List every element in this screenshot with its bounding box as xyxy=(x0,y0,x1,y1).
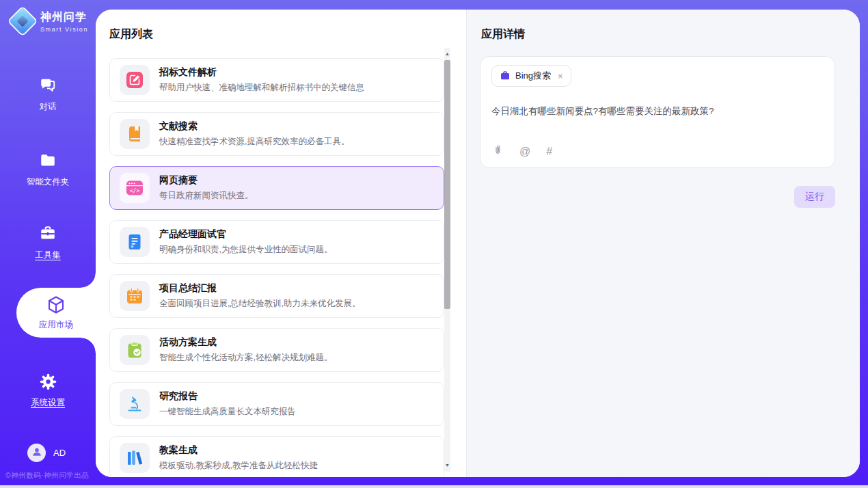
scrollbar-up-icon[interactable]: ▲ xyxy=(444,51,450,57)
scrollbar-thumb[interactable] xyxy=(444,60,450,309)
app-card-iconbox xyxy=(120,65,150,95)
app-card[interactable]: 活动方案生成 智能生成个性化活动方案,轻松解决规划难题。 xyxy=(109,328,444,372)
app-card-iconbox xyxy=(120,281,150,311)
app-card-desc: 智能生成个性化活动方案,轻松解决规划难题。 xyxy=(159,352,332,364)
app-card-desc: 一键智能生成高质量长文本研究报告 xyxy=(159,406,296,418)
app-card-name: 网页摘要 xyxy=(159,174,254,187)
sidebar-item-toolset[interactable]: 工具集 xyxy=(0,223,96,261)
app-card-desc: 帮助用户快速、准确地理解和解析招标书中的关键信息 xyxy=(159,82,364,94)
edit-icon xyxy=(126,71,144,89)
tool-tag[interactable]: Bing搜索 × xyxy=(491,65,571,87)
run-button[interactable]: 运行 xyxy=(794,186,835,208)
tool-tag-label: Bing搜索 xyxy=(515,70,551,82)
app-card[interactable]: 文献搜索 快速精准查找学术资源,提高研究效率的必备工具。 xyxy=(109,112,444,156)
chat-icon xyxy=(38,75,58,96)
sidebar-item-smart-folders[interactable]: 智能文件夹 xyxy=(0,150,96,188)
brand-logo: 神州问学 Smart Vision xyxy=(11,10,88,33)
user-name: AD xyxy=(53,448,66,458)
main-container: 应用列表 招标文件解析 帮助用户快速、准确地理解和解析招标书中的关键信息 文献搜… xyxy=(96,10,860,477)
book-icon xyxy=(126,125,144,143)
app-detail-title: 应用详情 xyxy=(481,27,525,42)
app-card-name: 活动方案生成 xyxy=(159,336,332,349)
prompt-input[interactable]: 今日湖北有哪些新闻要点?有哪些需要关注的最新政策? xyxy=(491,105,824,118)
app-card-iconbox xyxy=(120,119,150,149)
interview-icon xyxy=(126,233,144,251)
prompt-card[interactable]: Bing搜索 × 今日湖北有哪些新闻要点?有哪些需要关注的最新政策? @ # xyxy=(480,56,835,168)
app-card-name: 教案生成 xyxy=(159,444,318,457)
tag-close-icon[interactable]: × xyxy=(558,71,563,81)
app-card-name: 产品经理面试官 xyxy=(159,228,332,241)
sidebar-item-chat[interactable]: 对话 xyxy=(0,75,96,113)
app-card[interactable]: 招标文件解析 帮助用户快速、准确地理解和解析招标书中的关键信息 xyxy=(109,58,444,102)
app-card-name: 研究报告 xyxy=(159,390,296,403)
app-card-desc: 明确身份和职责,为您提供专业性的面试问题。 xyxy=(159,244,332,256)
app-card[interactable]: </> 网页摘要 每日政府新闻资讯快查。 xyxy=(109,166,444,210)
page-bottom-edge xyxy=(0,485,868,488)
app-list-panel: 应用列表 招标文件解析 帮助用户快速、准确地理解和解析招标书中的关键信息 文献搜… xyxy=(96,10,466,477)
user-profile[interactable]: AD xyxy=(27,444,66,462)
app-card[interactable]: 项目总结汇报 全面回顾项目进展,总结经验教训,助力未来优化发展。 xyxy=(109,274,444,318)
person-icon xyxy=(31,446,42,460)
app-card-name: 招标文件解析 xyxy=(159,66,364,79)
app-card-name: 文献搜索 xyxy=(159,120,349,133)
run-row: 运行 xyxy=(480,186,835,208)
mention-icon[interactable]: @ xyxy=(519,146,530,157)
books-icon xyxy=(126,449,144,467)
brand-subtitle: Smart Vision xyxy=(40,26,88,33)
app-card-desc: 快速精准查找学术资源,提高研究效率的必备工具。 xyxy=(159,136,349,148)
app-card-desc: 每日政府新闻资讯快查。 xyxy=(159,190,254,202)
avatar xyxy=(27,444,46,462)
gear-icon xyxy=(38,371,58,392)
cube-icon xyxy=(46,295,66,315)
app-list: 招标文件解析 帮助用户快速、准确地理解和解析招标书中的关键信息 文献搜索 快速精… xyxy=(109,58,444,476)
svg-text:</>: </> xyxy=(130,188,140,194)
copyright: ©神州数码·神州问学出品 xyxy=(5,471,89,480)
app-card-iconbox xyxy=(120,335,150,365)
scrollbar[interactable]: ▲ ▼ xyxy=(444,48,450,472)
app-card[interactable]: 研究报告 一键智能生成高质量长文本研究报告 xyxy=(109,382,444,426)
hash-icon[interactable]: # xyxy=(546,146,552,157)
sidebar-item-app-market[interactable]: 应用市场 xyxy=(16,288,96,338)
app-card-iconbox xyxy=(120,443,150,473)
app-card-desc: 全面回顾项目进展,总结经验教训,助力未来优化发展。 xyxy=(159,298,360,310)
browser-icon: </> xyxy=(126,179,144,197)
app-card-desc: 模板驱动,教案秒成,教学准备从此轻松快捷 xyxy=(159,460,318,472)
app-list-title: 应用列表 xyxy=(109,27,153,42)
clipboard-icon xyxy=(126,341,144,359)
app-card-iconbox xyxy=(120,227,150,257)
app-detail-panel: 应用详情 Bing搜索 × 今日湖北有哪些新闻要点?有哪些需要关注的最新政策? … xyxy=(467,10,860,477)
toolbox-icon xyxy=(38,223,58,244)
app-card-name: 项目总结汇报 xyxy=(159,282,360,295)
folder-icon xyxy=(38,150,58,171)
paperclip-icon[interactable] xyxy=(492,144,504,159)
sidebar: 神州问学 Smart Vision 对话 智能文件夹 工具集 应用市场 系统设置… xyxy=(0,0,96,488)
app-card[interactable]: 产品经理面试官 明确身份和职责,为您提供专业性的面试问题。 xyxy=(109,220,444,264)
app-card[interactable]: 教案生成 模板驱动,教案秒成,教学准备从此轻松快捷 xyxy=(109,436,444,476)
scrollbar-down-icon[interactable]: ▼ xyxy=(444,462,450,469)
microscope-icon xyxy=(126,395,144,413)
app-card-iconbox: </> xyxy=(120,173,150,203)
brand-logo-icon xyxy=(11,10,34,33)
brand-name: 神州问学 xyxy=(40,10,88,25)
prompt-toolbar: @ # xyxy=(492,144,552,159)
sidebar-item-system-settings[interactable]: 系统设置 xyxy=(0,371,96,409)
app-card-iconbox xyxy=(120,389,150,419)
calendar-icon xyxy=(126,287,144,305)
briefcase-icon xyxy=(500,70,511,81)
